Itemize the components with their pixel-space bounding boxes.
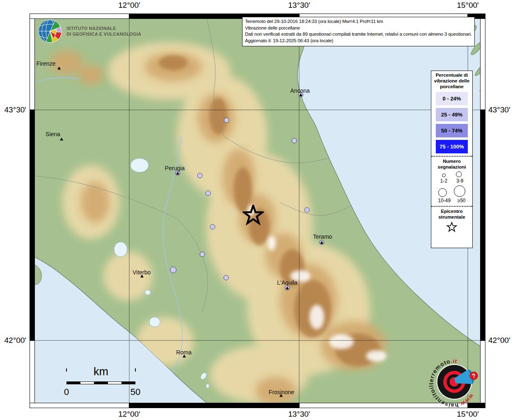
map-frame-segment <box>30 14 129 19</box>
legend-size-label: 10-49 <box>438 198 451 203</box>
city-marker-icon <box>57 67 61 70</box>
info-line-event: Terremoto del 29-10-2016 18:24:33 (ora l… <box>245 18 472 25</box>
city-marker-icon <box>320 241 323 244</box>
legend-size-labels-row1: 1-23-9 <box>431 178 472 184</box>
legend-size-label: 3-9 <box>456 178 463 184</box>
info-line-data-note: Dati non verificati estratti da 89 quest… <box>245 31 472 38</box>
legend-color-classes: 0 - 24%25 - 49%50 - 74%75 - 100% <box>431 92 472 153</box>
epicenter-star-icon <box>243 205 264 226</box>
ingv-name-line2: DI GEOFISICA E VULCANOLOGIA <box>66 31 141 37</box>
legend-size-circle <box>454 185 465 197</box>
legend-panel: Percentuale di vibrazione delle porcella… <box>431 71 473 248</box>
longitude-label-top: 12°00' <box>118 1 140 10</box>
felt-report-point <box>224 275 229 281</box>
scale-start-label: 0 <box>64 387 69 397</box>
legend-count-title: Numero segnalazioni <box>431 158 472 170</box>
longitude-label-top: 15°00' <box>457 1 479 10</box>
longitude-label-bottom: 12°00' <box>118 410 140 419</box>
longitude-label-bottom: 15°00' <box>457 410 479 419</box>
map-frame-segment <box>30 340 35 408</box>
city-marker-icon <box>286 287 289 290</box>
map-frame-segment <box>480 340 485 408</box>
legend-epicenter-title: Epicentro strumentale <box>431 208 472 220</box>
felt-report-point <box>224 118 229 123</box>
felt-report-point <box>210 224 215 230</box>
city-label: Teramo <box>313 233 332 240</box>
legend-size-circles-row1 <box>431 171 472 177</box>
legend-star-icon <box>446 222 457 233</box>
latitude-label-left: 42°00' <box>0 336 26 345</box>
map-canvas: Terremoto del 29-10-2016 18:24:33 (ora l… <box>30 14 485 408</box>
scale-bar: km 0 50 <box>62 365 140 397</box>
map-frame-segment <box>30 14 35 110</box>
legend-divider <box>431 206 472 207</box>
legend-divider <box>431 156 472 157</box>
scale-tick <box>135 368 136 372</box>
city-label: Firenze <box>37 60 56 67</box>
longitude-label-bottom: 13°30' <box>288 410 310 419</box>
city-label: L'Aquila <box>277 279 297 286</box>
city-marker-icon <box>183 355 186 358</box>
legend-size-circle <box>456 171 462 177</box>
haisentito-logo: ? www.haisentitoilterremoto.it <box>429 356 480 407</box>
felt-report-point <box>292 138 297 144</box>
scale-tick <box>66 368 67 372</box>
latitude-label-right: 42°00' <box>488 336 510 345</box>
ingv-name-line1: ISTITUTO NAZIONALE <box>66 25 141 31</box>
city-marker-icon <box>299 94 302 96</box>
felt-report-point <box>304 208 310 213</box>
ingv-globe-icon <box>38 19 62 43</box>
legend-class-swatch: 0 - 24% <box>436 92 468 105</box>
legend-size-circle <box>438 188 447 197</box>
map-frame-segment <box>480 14 485 110</box>
info-line-map-type: Vibrazione delle porcellane <box>245 25 472 32</box>
longitude-label-top: 13°30' <box>288 1 310 10</box>
felt-report-point <box>170 267 176 273</box>
felt-report-point <box>197 173 203 178</box>
screenshot-page: Terremoto del 29-10-2016 18:24:33 (ora l… <box>0 0 515 420</box>
legend-percent-title: Percentuale di vibrazione delle porcella… <box>431 72 472 89</box>
city-label: Siena <box>46 131 60 137</box>
ingv-logo: ISTITUTO NAZIONALE DI GEOFISICA E VULCAN… <box>38 19 141 43</box>
scale-bar-segments <box>66 381 135 384</box>
scale-end-label: 50 <box>130 387 140 397</box>
map-frame-segment <box>30 403 129 408</box>
legend-class-swatch: 50 - 74% <box>436 124 468 137</box>
city-marker-icon <box>60 138 63 141</box>
legend-size-circles-row2 <box>431 185 472 197</box>
felt-report-point <box>206 191 211 196</box>
legend-class-swatch: 25 - 49% <box>436 108 468 121</box>
city-label: Perugia <box>165 165 185 171</box>
legend-size-labels-row2: 10-49≥50 <box>431 198 472 203</box>
felt-report-point <box>200 252 205 257</box>
map-frame-segment <box>30 110 35 340</box>
latitude-label-right: 43°30' <box>488 105 510 114</box>
legend-size-label: ≥50 <box>458 198 466 203</box>
city-marker-icon <box>140 275 144 278</box>
earthquake-info-box: Terremoto del 29-10-2016 18:24:33 (ora l… <box>242 17 475 46</box>
map-frame-segment <box>129 403 299 408</box>
scale-unit-label: km <box>62 365 140 378</box>
city-marker-icon <box>279 394 283 397</box>
map-frame-segment <box>480 110 485 340</box>
city-marker-icon <box>176 172 179 175</box>
info-line-updated: Aggiornato il: 19-12-2025 06:43 (ora loc… <box>245 38 472 44</box>
legend-class-swatch: 75 - 100% <box>436 140 468 153</box>
legend-size-circle <box>442 173 446 177</box>
latitude-label-left: 43°30' <box>0 105 26 114</box>
legend-size-label: 1-2 <box>440 178 447 184</box>
